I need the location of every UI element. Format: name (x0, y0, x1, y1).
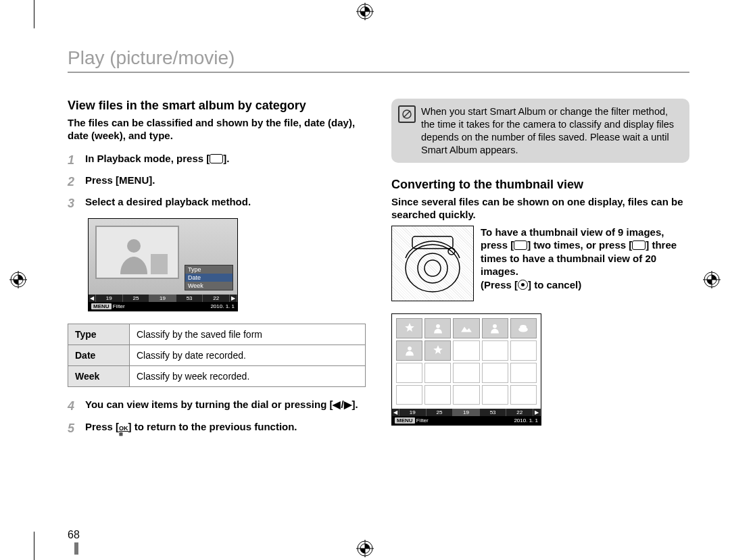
menu-item: Type (185, 265, 233, 274)
title-rule (68, 72, 689, 73)
lcd-illustration: Type Date Week ◀ 19 25 19 53 22 ▶ (88, 218, 238, 311)
thumb-cell (396, 318, 422, 338)
grid-footer: MENU Filter 2010. 1. 1 (392, 416, 541, 425)
content-area: Play (picture/movie) View files in the s… (68, 47, 689, 533)
table-header-cell: Week (68, 366, 130, 387)
step-text: In Playback mode, press [ (85, 153, 210, 164)
table-cell: Classify by date recorded. (130, 345, 366, 366)
step-4: 4 You can view items by turning the dial… (68, 398, 366, 414)
ok-button-icon: OK⊞ (119, 426, 128, 437)
thumb-cell-empty (424, 363, 451, 383)
step-2: 2 Press [MENU]. (68, 174, 366, 190)
page-title: Play (picture/movie) (68, 47, 689, 69)
thumb-cell (424, 318, 451, 338)
thumbnail-grid-illustration: ◀ 19 25 19 53 22 ▶ MENU Filter 2010. 1. … (391, 313, 541, 426)
table-header-cell: Type (68, 324, 130, 345)
grid-date-strip: ◀ 19 25 19 53 22 ▶ (392, 409, 541, 416)
text: ] to cancel) (528, 279, 581, 290)
thumb-cell (424, 340, 451, 361)
menu-item: Week (185, 282, 233, 290)
thumb-cell-empty (510, 340, 537, 361)
crop-mark (34, 0, 34, 28)
step-5: 5 Press [OK⊞] to return to the previous … (68, 420, 366, 437)
svg-point-17 (493, 324, 497, 328)
thumbnail-button-icon (514, 240, 527, 250)
thumb-cell (510, 318, 537, 338)
step-text: You can view items by turning the dial o… (85, 398, 358, 414)
thumb-cell-empty (510, 363, 537, 383)
menu-badge: MENU (395, 417, 415, 424)
menu-label: MENU (119, 174, 149, 186)
section-lead: The files can be classified and shown by… (68, 117, 366, 143)
date-cell: 19 (96, 295, 123, 302)
svg-rect-14 (412, 236, 453, 249)
step-text: ] to return to the previous function. (128, 421, 297, 432)
table-row: DateClassify by date recorded. (68, 345, 366, 366)
date-cell: 19 (399, 409, 427, 416)
table-cell: Classify by week recorded. (130, 366, 366, 387)
registration-mark-icon (9, 271, 27, 288)
thumb-cell-empty (424, 385, 451, 405)
table-row: TypeClassify by the saved file form (68, 324, 366, 345)
thumb-cell (482, 318, 508, 338)
thumb-cell-empty (482, 340, 508, 361)
thumb-cell-empty (453, 385, 479, 405)
date-cell: 22 (203, 295, 230, 302)
date-cell: 25 (123, 295, 150, 302)
thumb-cell-empty (453, 363, 479, 383)
filter-label: Filter (416, 417, 429, 424)
manual-page: Play (picture/movie) View files in the s… (0, 0, 730, 560)
svg-point-12 (418, 253, 447, 283)
filter-label: Filter (113, 303, 125, 309)
step-text: Press [ (85, 174, 119, 186)
left-column: View files in the smart album by categor… (68, 99, 366, 442)
date-cell-current: 19 (453, 409, 480, 416)
menu-item-selected: Date (185, 274, 233, 282)
steps-list-continued: 4 You can view items by turning the dial… (68, 398, 366, 436)
step-text: ]. (223, 153, 229, 164)
date-cell: 53 (480, 409, 507, 416)
info-note: When you start Smart Album or change the… (391, 99, 689, 163)
section-lead: Since several files can be shown on one … (391, 196, 689, 222)
step-text: Press [ (85, 421, 119, 432)
thumbnail-instruction-text: To have a thumbnail view of 9 images, pr… (481, 226, 689, 292)
svg-point-20 (408, 347, 412, 351)
thumbnail-button-icon (632, 240, 646, 250)
registration-mark-icon (356, 3, 374, 20)
registration-mark-icon (703, 271, 721, 288)
date-cell-current: 19 (149, 295, 176, 302)
lcd-filter-menu: Type Date Week (185, 265, 233, 290)
step-text: ]. (149, 174, 155, 186)
thumb-cell-empty (453, 340, 479, 361)
svg-point-11 (406, 245, 460, 292)
lcd-footer: MENU Filter 2010. 1. 1 (89, 302, 237, 311)
record-button-icon (518, 280, 528, 290)
thumb-cell-empty (482, 363, 508, 383)
section-heading: View files in the smart album by categor… (68, 99, 366, 113)
thumb-cell-empty (396, 385, 422, 405)
date-cell: 22 (506, 409, 533, 416)
footer-date: 2010. 1. 1 (514, 417, 538, 424)
camera-illustration (391, 226, 474, 301)
steps-list: 1 In Playback mode, press []. 2 Press [M… (68, 152, 366, 212)
menu-badge: MENU (91, 303, 112, 309)
thumbnail-instruction-row: To have a thumbnail view of 9 images, pr… (391, 226, 689, 301)
svg-rect-9 (151, 254, 168, 274)
step-text: Select a desired playback method. (85, 195, 251, 211)
classification-table: TypeClassify by the saved file form Date… (68, 324, 366, 387)
svg-point-16 (436, 324, 440, 328)
photo-silhouette (95, 226, 179, 279)
lcd-date-strip: ◀ 19 25 19 53 22 ▶ (89, 295, 237, 302)
thumb-cell-empty (510, 385, 537, 405)
svg-point-19 (520, 325, 527, 329)
page-number: 68 (68, 529, 80, 541)
thumbnail-button-icon (210, 154, 223, 163)
step-1: 1 In Playback mode, press []. (68, 152, 366, 168)
page-number-bar (74, 542, 78, 555)
svg-point-8 (127, 239, 141, 253)
note-text: When you start Smart Album or change the… (421, 106, 674, 155)
table-cell: Classify by the saved file form (130, 324, 366, 345)
note-icon (398, 105, 416, 123)
text: ] two times, or press [ (527, 239, 632, 251)
section-heading: Converting to the thumbnail view (391, 178, 689, 192)
